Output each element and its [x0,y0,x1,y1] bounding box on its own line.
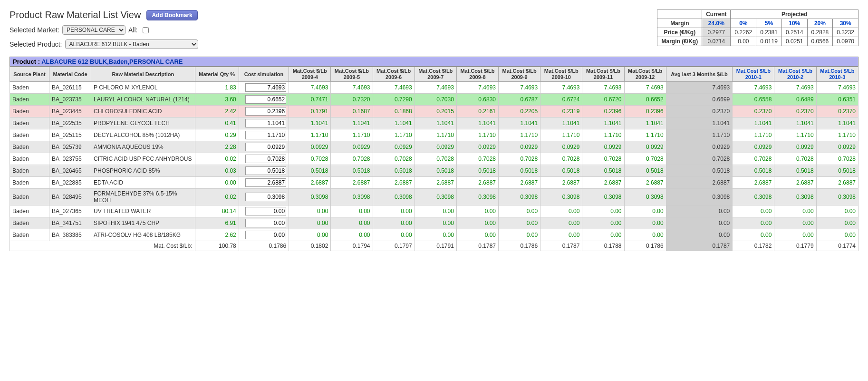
table-row: BadenBA_022535PROPYLENE GLYCOL TECH0.411… [10,117,858,129]
add-bookmark-button[interactable]: Add Bookmark [146,10,197,20]
all-checkbox[interactable] [143,27,149,33]
table-row: BadenBA_383385ATRI-COSOLV HG 408 LB/185K… [10,229,858,241]
current-margin: 24.0% [708,20,724,27]
cost-sim-input[interactable] [245,131,286,139]
cost-sim-input[interactable] [245,107,286,116]
cost-sim-input[interactable] [245,83,286,92]
table-row: BadenBA_025739AMMONIA AQUEOUS 19%2.280.0… [10,141,858,153]
proj-10-link[interactable]: 10% [789,20,800,27]
proj-30-link[interactable]: 30% [840,20,851,27]
table-row: BadenBA_026465PHOSPHORIC ACID 85%0.030.5… [10,165,858,177]
cost-sim-input[interactable] [245,178,286,187]
market-select[interactable]: PERSONAL CARE [62,25,125,35]
projected-header: Projected [731,10,858,19]
table-row: BadenBA_026115P CHLORO M XYLENOL1.837.46… [10,82,858,94]
cost-sim-input[interactable] [245,143,286,151]
margin-projection-table: Current Projected Margin 24.0% 0% 5% 10%… [657,10,858,46]
proj-5-link[interactable]: 5% [765,20,773,27]
table-row: BadenBA_028495FORMALDEHYDE 37% 6.5-15% M… [10,189,858,205]
cost-sim-input[interactable] [245,231,286,239]
cost-sim-input[interactable] [245,119,286,127]
cost-sim-input[interactable] [245,95,286,104]
table-row: BadenBA_023445CHLOROSULFONIC ACID2.420.1… [10,106,858,117]
table-row: BadenBA_022885EDTA ACID0.002.68872.68872… [10,177,858,189]
table-row: BadenBA_341751SIPOTHIX 1941 475 CHP6.910… [10,217,858,229]
cost-sim-input[interactable] [245,219,286,227]
table-header: Source PlantMaterial CodeRaw Material De… [10,67,858,82]
product-label: Selected Product: [10,40,62,48]
current-margin-eur: 0.0714 [702,37,731,46]
market-label: Selected Market: [10,26,59,34]
price-row-label: Price (€/Kg) [657,28,702,37]
current-header: Current [702,10,731,19]
table-row: BadenBA_027365UV TREATED WATER80.140.000… [10,205,858,217]
current-price: 0.2977 [702,28,731,37]
margin-row-label: Margin [657,19,702,28]
all-label: All: [128,26,137,34]
product-select[interactable]: ALBACURE 612 BULK - Baden [65,39,198,49]
cost-sim-input[interactable] [245,155,286,163]
cost-sim-input[interactable] [245,166,286,175]
footer-label: Mat. Cost $/Lb: [10,241,195,251]
page-title: Product Raw Material List View [10,10,141,20]
proj-0-link[interactable]: 0% [739,20,747,27]
cost-sim-input[interactable] [245,193,286,201]
cost-sim-input[interactable] [245,207,286,215]
raw-material-table: Source PlantMaterial CodeRaw Material De… [10,67,858,251]
table-row: BadenBA_023755CITRIC ACID USP FCC ANHYDR… [10,153,858,165]
proj-20-link[interactable]: 20% [814,20,826,27]
table-row: BadenBA_023735LAURYL ALCOHOL NATURAL (12… [10,94,858,106]
product-bar: Product : ALBACURE 612 BULK,Baden,PERSON… [10,57,858,67]
margin-eur-row-label: Margin (€/Kg) [657,37,702,46]
table-row: BadenBA_025115DECYL ALCOHOL 85% (1012HA)… [10,129,858,141]
